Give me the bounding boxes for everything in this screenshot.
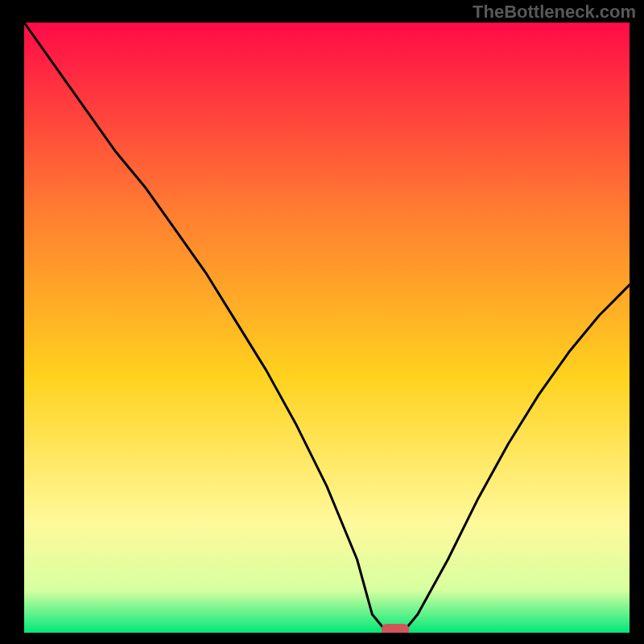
chart-svg: [24, 23, 630, 633]
chart-frame: TheBottleneck.com: [0, 0, 644, 644]
gradient-background: [24, 23, 630, 633]
plot-area: [24, 23, 630, 633]
optimal-marker: [382, 624, 409, 633]
watermark-text: TheBottleneck.com: [473, 2, 636, 23]
